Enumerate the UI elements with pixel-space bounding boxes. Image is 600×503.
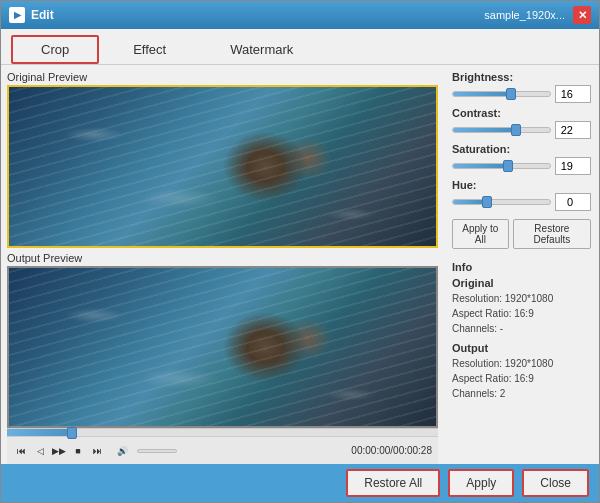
waves-overlay: [9, 87, 436, 246]
hue-slider-row: [452, 193, 591, 211]
original-info-subtitle: Original: [452, 277, 591, 289]
saturation-slider-track[interactable]: [452, 163, 551, 169]
contrast-slider-thumb[interactable]: [511, 124, 521, 136]
skip-back-button[interactable]: ⏮: [13, 443, 29, 459]
brightness-input[interactable]: [555, 85, 591, 103]
saturation-slider-fill: [453, 164, 503, 168]
main-content: Original Preview Output Preview: [1, 65, 599, 464]
tab-crop[interactable]: Crop: [11, 35, 99, 64]
original-preview-box: [7, 85, 438, 248]
hue-label: Hue:: [452, 179, 591, 191]
contrast-slider-fill: [453, 128, 511, 132]
edit-window: ▶ Edit sample_1920x... ✕ Crop Effect Wat…: [0, 0, 600, 503]
info-section: Info Original Resolution: 1920*1080 Aspe…: [452, 261, 591, 458]
progress-bar[interactable]: [7, 428, 438, 436]
saturation-slider-row: [452, 157, 591, 175]
right-panel: Brightness: Contrast:: [444, 65, 599, 464]
contrast-input[interactable]: [555, 121, 591, 139]
original-preview-section: Original Preview: [7, 71, 438, 248]
quick-action-bar: Apply to All Restore Defaults: [452, 219, 591, 249]
close-dialog-button[interactable]: Close: [522, 469, 589, 497]
contrast-control: Contrast:: [452, 107, 591, 139]
volume-slider[interactable]: [137, 449, 177, 453]
file-name: sample_1920x...: [484, 9, 565, 21]
restore-all-button[interactable]: Restore All: [346, 469, 440, 497]
brightness-slider-thumb[interactable]: [506, 88, 516, 100]
output-preview-image: [9, 268, 436, 427]
original-channels: Channels: -: [452, 321, 591, 336]
saturation-slider-thumb[interactable]: [503, 160, 513, 172]
output-preview-box: [7, 266, 438, 429]
title-bar: ▶ Edit sample_1920x... ✕: [1, 1, 599, 29]
brightness-control: Brightness:: [452, 71, 591, 103]
tab-watermark[interactable]: Watermark: [200, 35, 323, 64]
close-button[interactable]: ✕: [573, 6, 591, 24]
output-info-subtitle: Output: [452, 342, 591, 354]
brightness-slider-fill: [453, 92, 506, 96]
tab-effect[interactable]: Effect: [103, 35, 196, 64]
bottom-bar: Restore All Apply Close: [1, 464, 599, 502]
brightness-slider-row: [452, 85, 591, 103]
waves-overlay-2: [9, 268, 436, 427]
time-display: 00:00:00/00:00:28: [351, 445, 432, 456]
hue-slider-track[interactable]: [452, 199, 551, 205]
original-preview-image: [9, 87, 436, 246]
output-aspect: Aspect Ratio: 16:9: [452, 371, 591, 386]
tab-bar: Crop Effect Watermark: [1, 29, 599, 65]
output-preview-section: Output Preview: [7, 252, 438, 429]
original-resolution: Resolution: 1920*1080: [452, 291, 591, 306]
hue-slider-fill: [453, 200, 482, 204]
progress-thumb[interactable]: [67, 427, 77, 439]
progress-fill: [7, 429, 72, 436]
output-preview-label: Output Preview: [7, 252, 438, 264]
hue-input[interactable]: [555, 193, 591, 211]
stop-button[interactable]: ■: [70, 443, 86, 459]
output-channels: Channels: 2: [452, 386, 591, 401]
play-button[interactable]: ▶▶: [51, 443, 67, 459]
apply-to-all-button[interactable]: Apply to All: [452, 219, 509, 249]
output-resolution: Resolution: 1920*1080: [452, 356, 591, 371]
hue-control: Hue:: [452, 179, 591, 211]
original-aspect: Aspect Ratio: 16:9: [452, 306, 591, 321]
skip-forward-button[interactable]: ⏭: [89, 443, 105, 459]
saturation-label: Saturation:: [452, 143, 591, 155]
app-icon: ▶: [9, 7, 25, 23]
step-back-button[interactable]: ◁: [32, 443, 48, 459]
brightness-label: Brightness:: [452, 71, 591, 83]
saturation-input[interactable]: [555, 157, 591, 175]
transport-bar: ⏮ ◁ ▶▶ ■ ⏭ 🔊 00:00:00/00:00:28: [7, 436, 438, 464]
apply-button[interactable]: Apply: [448, 469, 514, 497]
window-title: Edit: [31, 8, 484, 22]
saturation-control: Saturation:: [452, 143, 591, 175]
contrast-label: Contrast:: [452, 107, 591, 119]
original-preview-label: Original Preview: [7, 71, 438, 83]
left-panel: Original Preview Output Preview: [1, 65, 444, 464]
contrast-slider-track[interactable]: [452, 127, 551, 133]
contrast-slider-row: [452, 121, 591, 139]
info-title: Info: [452, 261, 591, 273]
previews-container: Original Preview Output Preview: [7, 71, 438, 428]
volume-icon: 🔊: [114, 443, 130, 459]
restore-defaults-button[interactable]: Restore Defaults: [513, 219, 591, 249]
brightness-slider-track[interactable]: [452, 91, 551, 97]
hue-slider-thumb[interactable]: [482, 196, 492, 208]
